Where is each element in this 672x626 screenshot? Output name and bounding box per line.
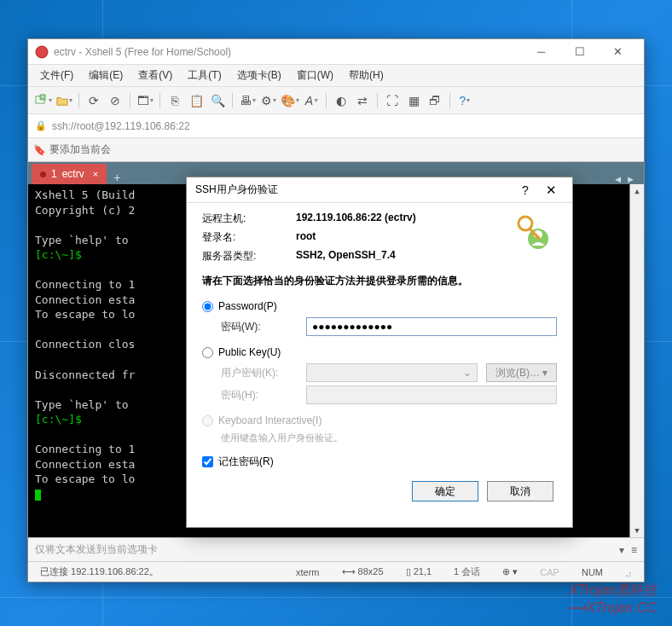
script-button[interactable]: ◐ bbox=[332, 91, 350, 110]
lock-icon: 🔒 bbox=[35, 120, 47, 131]
password-input[interactable] bbox=[306, 317, 557, 336]
remember-checkbox-input[interactable] bbox=[202, 456, 213, 467]
menu-help[interactable]: 帮助(H) bbox=[342, 66, 391, 85]
tab-nav: ◄ ► bbox=[608, 174, 640, 184]
term-prompt: [c:\~]$ bbox=[35, 248, 89, 261]
ok-button[interactable]: 确定 bbox=[412, 481, 478, 501]
dialog-help-button[interactable]: ? bbox=[513, 183, 538, 197]
app-icon bbox=[35, 45, 49, 59]
tab-close-icon[interactable]: × bbox=[93, 169, 98, 179]
passphrase-input bbox=[306, 385, 557, 404]
publickey-radio[interactable]: Public Key(U) bbox=[202, 346, 557, 358]
dialog-instruction: 请在下面选择恰当的身份验证方法并提供登录所需的信息。 bbox=[202, 274, 557, 288]
term-line: Connection clos bbox=[35, 338, 135, 351]
quickbar: 🔖 要添加当前会 bbox=[28, 138, 644, 162]
new-tab-button[interactable]: + bbox=[107, 171, 127, 184]
fullscreen-button[interactable]: ⛶ bbox=[383, 91, 402, 110]
dialog-titlebar: SSH用户身份验证 ? ✕ bbox=[187, 177, 572, 203]
session-tab[interactable]: 1 ectrv × bbox=[32, 164, 107, 184]
bookmark-icon[interactable]: 🔖 bbox=[33, 144, 46, 156]
paste-button[interactable]: 📋 bbox=[187, 91, 206, 110]
chevron-down-icon: ⌄ bbox=[463, 367, 472, 379]
font-button[interactable]: A bbox=[302, 91, 321, 110]
server-type-label: 服务器类型: bbox=[202, 249, 296, 264]
profile-button[interactable]: 🗔 bbox=[136, 91, 154, 110]
address-url[interactable]: ssh://root@192.119.106.86:22 bbox=[52, 120, 190, 132]
toolbar: + ⟳ ⊘ 🗔 ⎘ 📋 🔍 🖶 ⚙ 🎨 A ◐ ⇄ ⛶ ▦ 🗗 ? bbox=[28, 87, 644, 114]
maximize-button[interactable]: ☐ bbox=[560, 40, 599, 64]
new-session-button[interactable]: + bbox=[33, 91, 52, 110]
disconnect-button[interactable]: ⊘ bbox=[106, 91, 125, 110]
status-cap: CAP bbox=[535, 567, 565, 577]
tile-button[interactable]: ▦ bbox=[404, 91, 423, 110]
reconnect-button[interactable]: ⟳ bbox=[84, 91, 103, 110]
login-value: root bbox=[296, 230, 316, 245]
menu-view[interactable]: 查看(V) bbox=[131, 66, 179, 85]
dialog-title: SSH用户身份验证 bbox=[195, 183, 513, 197]
login-label: 登录名: bbox=[202, 230, 296, 245]
tab-prev-button[interactable]: ◄ bbox=[613, 174, 623, 184]
sendbar: 仅将文本发送到当前选项卡 ▾ ≡ bbox=[28, 537, 644, 561]
properties-button[interactable]: ⚙ bbox=[259, 91, 278, 110]
svg-text:+: + bbox=[40, 94, 43, 100]
menu-tab[interactable]: 选项卡(B) bbox=[230, 66, 288, 85]
scroll-up-button[interactable]: ▲ bbox=[632, 186, 642, 196]
print-button[interactable]: 🖶 bbox=[238, 91, 257, 110]
term-line: Xshell 5 (Build bbox=[35, 188, 135, 201]
watermark-line2: XTrojan.CC bbox=[587, 600, 657, 615]
open-button[interactable] bbox=[55, 91, 73, 110]
tab-next-button[interactable]: ► bbox=[626, 174, 635, 184]
sendbar-menu-button[interactable]: ≡ bbox=[631, 544, 637, 556]
sendbar-dropdown-button[interactable]: ▾ bbox=[619, 544, 624, 556]
userkey-label: 用户密钥(K): bbox=[221, 366, 298, 380]
help-button[interactable]: ? bbox=[455, 91, 474, 110]
window-title: ectrv - Xshell 5 (Free for Home/School) bbox=[54, 46, 522, 58]
menu-window[interactable]: 窗口(W) bbox=[290, 66, 340, 85]
menu-file[interactable]: 文件(F) bbox=[33, 66, 80, 85]
status-size: ⟷ 88x25 bbox=[337, 566, 389, 577]
cancel-button[interactable]: 取消 bbox=[487, 481, 553, 501]
term-line: To escape to lo bbox=[35, 472, 135, 485]
chevron-down-icon: ▾ bbox=[542, 367, 547, 379]
addressbar: 🔒 ssh://root@192.119.106.86:22 bbox=[28, 114, 644, 138]
status-term: xterm bbox=[291, 567, 325, 577]
term-line: Connection esta bbox=[35, 458, 135, 471]
scroll-down-button[interactable]: ▼ bbox=[632, 525, 642, 536]
remote-host-label: 远程主机: bbox=[202, 212, 296, 226]
close-button[interactable]: ✕ bbox=[599, 40, 637, 64]
status-connection: 已连接 192.119.106.86:22。 bbox=[35, 565, 164, 578]
svg-point-0 bbox=[36, 46, 48, 58]
ssh-auth-dialog: SSH用户身份验证 ? ✕ 远程主机:192.119.106.86:22 (ec… bbox=[186, 177, 573, 528]
dialog-close-button[interactable]: ✕ bbox=[538, 183, 564, 198]
tab-index: 1 bbox=[51, 168, 57, 180]
statusbar: 已连接 192.119.106.86:22。 xterm ⟷ 88x25 ▯ 2… bbox=[28, 561, 644, 582]
transfer-button[interactable]: ⇄ bbox=[353, 91, 372, 110]
watermark: XTrojan黑科技 ⟶ XTrojan.CC bbox=[567, 582, 657, 617]
send-input[interactable]: 仅将文本发送到当前选项卡 bbox=[35, 542, 619, 557]
cascade-button[interactable]: 🗗 bbox=[426, 91, 444, 110]
term-line: Type `help' to bbox=[35, 398, 135, 411]
tab-label: ectrv bbox=[62, 168, 84, 180]
menubar: 文件(F) 编辑(E) 查看(V) 工具(T) 选项卡(B) 窗口(W) 帮助(… bbox=[28, 65, 644, 87]
copy-button[interactable]: ⎘ bbox=[165, 91, 184, 110]
titlebar: ectrv - Xshell 5 (Free for Home/School) … bbox=[28, 39, 644, 65]
term-line: Copyright (c) 2 bbox=[35, 204, 135, 217]
color-button[interactable]: 🎨 bbox=[281, 91, 299, 110]
password-radio[interactable]: Password(P) bbox=[202, 300, 557, 312]
key-user-icon bbox=[513, 212, 553, 252]
find-button[interactable]: 🔍 bbox=[208, 91, 227, 110]
password-radio-input[interactable] bbox=[202, 301, 213, 312]
term-line: Type `help' to bbox=[35, 234, 135, 246]
menu-tools[interactable]: 工具(T) bbox=[181, 66, 228, 85]
term-prompt: [c:\~]$ bbox=[35, 413, 89, 426]
watermark-line1: XTrojan黑科技 bbox=[567, 582, 657, 600]
resize-grip-icon[interactable]: ⣠ bbox=[620, 566, 637, 577]
status-tray-icon[interactable]: ⊕ ▾ bbox=[497, 566, 523, 577]
minimize-button[interactable]: ─ bbox=[522, 40, 560, 64]
remember-checkbox[interactable]: 记住密码(R) bbox=[202, 455, 557, 469]
keyboard-radio-input bbox=[202, 415, 213, 426]
cursor-icon bbox=[35, 490, 41, 501]
menu-edit[interactable]: 编辑(E) bbox=[82, 66, 130, 85]
quickbar-text[interactable]: 要添加当前会 bbox=[49, 142, 111, 157]
publickey-radio-input[interactable] bbox=[202, 347, 213, 358]
